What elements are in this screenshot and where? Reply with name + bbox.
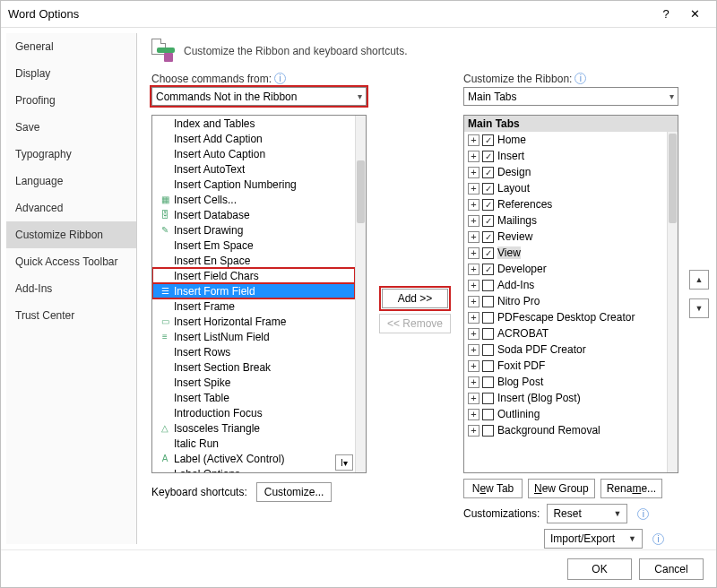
sidebar-item-customize-ribbon[interactable]: Customize Ribbon: [6, 221, 136, 248]
expand-icon[interactable]: +: [468, 344, 479, 356]
tree-node[interactable]: +✓References: [464, 196, 667, 212]
ok-button[interactable]: OK: [567, 558, 632, 580]
command-item[interactable]: Insert AutoText: [152, 161, 355, 177]
checkbox[interactable]: ✓: [482, 247, 494, 259]
sidebar-item-trust-center[interactable]: Trust Center: [6, 302, 136, 329]
command-item[interactable]: Insert En Space: [152, 253, 355, 268]
new-tab-button[interactable]: New Tab: [463, 479, 523, 498]
info-icon[interactable]: i: [637, 508, 649, 520]
tree-node[interactable]: +Soda PDF Creator: [464, 342, 667, 358]
command-item[interactable]: Insert Frame: [152, 298, 355, 314]
checkbox[interactable]: ✓: [482, 264, 494, 275]
scrollbar[interactable]: [355, 116, 366, 472]
sidebar-item-save[interactable]: Save: [6, 114, 136, 141]
command-item[interactable]: Insert Rows: [152, 344, 355, 359]
sidebar-item-general[interactable]: General: [6, 33, 136, 60]
checkbox[interactable]: [482, 376, 494, 388]
expand-icon[interactable]: +: [468, 183, 479, 195]
expand-icon[interactable]: +: [468, 393, 479, 404]
command-item[interactable]: Insert Table: [152, 390, 355, 405]
checkbox[interactable]: ✓: [482, 167, 494, 178]
checkbox[interactable]: ✓: [482, 199, 494, 211]
command-item[interactable]: Insert Section Break: [152, 359, 355, 375]
checkbox[interactable]: ✓: [482, 134, 494, 146]
sidebar-item-advanced[interactable]: Advanced: [6, 195, 136, 221]
checkbox[interactable]: [482, 360, 494, 372]
close-icon[interactable]: ✕: [680, 4, 709, 25]
ribbon-scope-dropdown[interactable]: Main Tabs ▾: [463, 87, 678, 106]
cancel-button[interactable]: Cancel: [639, 558, 704, 580]
checkbox[interactable]: ✓: [482, 231, 494, 243]
tree-node[interactable]: +Insert (Blog Post): [464, 390, 667, 406]
help-icon[interactable]: ?: [652, 4, 680, 25]
checkbox[interactable]: [482, 280, 494, 291]
sidebar-item-typography[interactable]: Typography: [6, 141, 136, 168]
tree-node[interactable]: +Nitro Pro: [464, 293, 667, 309]
info-icon[interactable]: i: [274, 73, 286, 84]
checkbox[interactable]: [482, 296, 494, 307]
command-item[interactable]: ▭Insert Horizontal Frame: [152, 314, 355, 329]
tree-node[interactable]: +✓Mailings: [464, 212, 667, 229]
command-item[interactable]: ≡Insert ListNum Field: [152, 329, 355, 344]
command-item[interactable]: Insert Caption Numbering: [152, 177, 355, 192]
tree-node[interactable]: +Add-Ins: [464, 277, 667, 293]
command-item[interactable]: ALabel (ActiveX Control): [152, 451, 355, 466]
list-options-button[interactable]: I▾: [335, 454, 353, 471]
reset-button[interactable]: Reset▼: [547, 504, 627, 523]
expand-icon[interactable]: +: [468, 280, 479, 291]
tree-node[interactable]: +ACROBAT: [464, 325, 667, 342]
checkbox[interactable]: ✓: [482, 183, 494, 195]
command-item[interactable]: Insert Add Caption: [152, 131, 355, 146]
expand-icon[interactable]: +: [468, 264, 479, 275]
command-item[interactable]: △Isosceles Triangle: [152, 420, 355, 436]
command-item[interactable]: Index and Tables: [152, 116, 355, 131]
expand-icon[interactable]: +: [468, 167, 479, 178]
info-icon[interactable]: i: [574, 73, 586, 84]
sidebar-item-add-ins[interactable]: Add-Ins: [6, 275, 136, 302]
expand-icon[interactable]: +: [468, 328, 479, 340]
command-item[interactable]: Label Options...: [152, 466, 355, 472]
tree-node[interactable]: +✓Developer: [464, 261, 667, 277]
tree-node[interactable]: +Background Removal: [464, 422, 667, 438]
tree-node[interactable]: +Foxit PDF: [464, 358, 667, 374]
command-item[interactable]: Insert Em Space: [152, 238, 355, 253]
command-item[interactable]: ✎Insert Drawing: [152, 222, 355, 238]
add-button[interactable]: Add >>: [382, 289, 448, 308]
command-item[interactable]: Insert Auto Caption: [152, 146, 355, 161]
choose-commands-dropdown[interactable]: Commands Not in the Ribbon ▾: [151, 87, 367, 106]
checkbox[interactable]: [482, 344, 494, 356]
expand-icon[interactable]: +: [468, 376, 479, 388]
command-item[interactable]: Insert Field Chars: [152, 268, 355, 283]
tree-node[interactable]: +✓View: [464, 245, 667, 261]
expand-icon[interactable]: +: [468, 312, 479, 324]
checkbox[interactable]: [482, 425, 494, 437]
tree-node[interactable]: +✓Design: [464, 164, 667, 180]
tree-node[interactable]: +PDFescape Desktop Creator: [464, 309, 667, 325]
rename-button[interactable]: Rename...: [600, 479, 662, 498]
new-group-button[interactable]: New Group: [528, 479, 595, 498]
tree-node[interactable]: +✓Home: [464, 132, 667, 148]
expand-icon[interactable]: +: [468, 296, 479, 307]
command-item[interactable]: 🗄Insert Database: [152, 207, 355, 222]
expand-icon[interactable]: +: [468, 151, 479, 162]
import-export-button[interactable]: Import/Export▼: [544, 529, 643, 549]
expand-icon[interactable]: +: [468, 231, 479, 243]
expand-icon[interactable]: +: [468, 215, 479, 227]
expand-icon[interactable]: +: [468, 360, 479, 372]
tree-node[interactable]: +✓Layout: [464, 180, 667, 196]
checkbox[interactable]: [482, 409, 494, 420]
customize-shortcuts-button[interactable]: Customize...: [256, 482, 333, 502]
checkbox[interactable]: [482, 312, 494, 324]
commands-listbox[interactable]: Index and TablesInsert Add CaptionInsert…: [151, 115, 367, 473]
command-item[interactable]: ▦Insert Cells...: [152, 192, 355, 207]
tree-node[interactable]: +Outlining: [464, 406, 667, 422]
tree-node[interactable]: +Blog Post: [464, 374, 667, 390]
move-down-button[interactable]: ▼: [689, 298, 709, 318]
move-up-button[interactable]: ▲: [689, 270, 709, 290]
command-item[interactable]: Insert Spike: [152, 375, 355, 390]
sidebar-item-proofing[interactable]: Proofing: [6, 87, 136, 114]
tree-node[interactable]: +✓Insert: [464, 148, 667, 164]
scrollbar[interactable]: [667, 132, 678, 472]
info-icon[interactable]: i: [652, 533, 664, 545]
sidebar-item-language[interactable]: Language: [6, 168, 136, 195]
